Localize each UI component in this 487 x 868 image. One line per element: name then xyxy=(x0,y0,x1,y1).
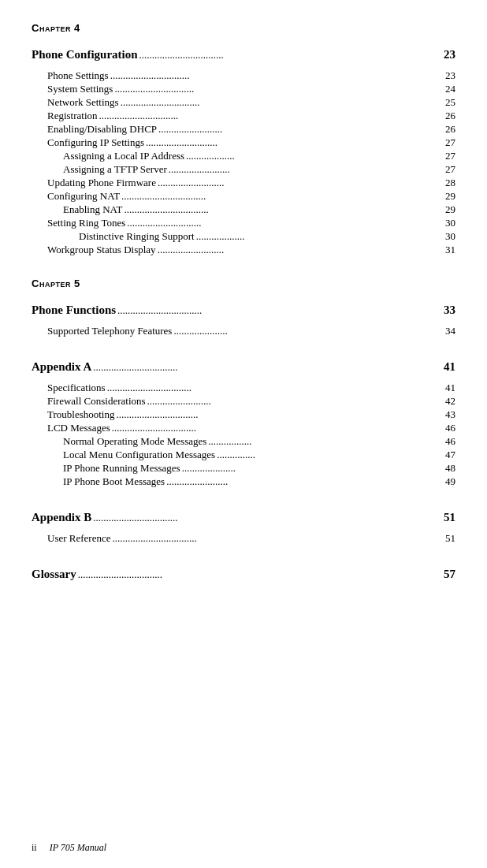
chapter4-heading: Chapter 4 xyxy=(32,22,455,34)
toc-page: 30 xyxy=(445,230,455,243)
toc-page: 46 xyxy=(445,422,455,434)
list-item: Enabling NAT............................… xyxy=(32,203,455,216)
toc-label: Registration xyxy=(47,110,98,122)
toc-label: Assigning a Local IP Address xyxy=(63,150,184,162)
toc-page: 27 xyxy=(445,150,455,162)
appendixA-toc: Specifications..........................… xyxy=(32,382,455,488)
toc-label: Firewall Considerations xyxy=(47,395,146,408)
toc-label: Distinctive Ringing Support xyxy=(79,230,195,243)
list-item: IP Phone Running Messages...............… xyxy=(32,462,455,475)
toc-dots: ................................. xyxy=(112,422,444,434)
list-item: Assigning a Local IP Address............… xyxy=(32,150,455,162)
toc-label: IP Phone Running Messages xyxy=(63,462,180,475)
toc-page: 27 xyxy=(445,136,455,149)
chapter4-phone-config-dots: ................................. xyxy=(139,49,442,61)
chapter5-phone-functions-entry: Phone Functions ........................… xyxy=(32,297,455,319)
chapter5-phone-functions-label: Phone Functions xyxy=(32,304,116,317)
list-item: LCD Messages............................… xyxy=(32,422,455,434)
list-item: Configuring IP Settings.................… xyxy=(32,136,455,149)
list-item: User Reference..........................… xyxy=(32,532,455,545)
toc-label: Normal Operating Mode Messages xyxy=(63,435,206,448)
appendixB-toc: User Reference..........................… xyxy=(32,532,455,545)
toc-label: Setting Ring Tones xyxy=(47,217,125,229)
chapter4-phone-config-page: 23 xyxy=(444,48,455,61)
appendixA-page: 41 xyxy=(444,360,455,374)
toc-dots: ................................. xyxy=(112,532,444,545)
toc-dots: ............................. xyxy=(127,217,444,229)
toc-label: Configuring NAT xyxy=(47,190,120,203)
toc-page: 42 xyxy=(445,395,455,408)
glossary-dots: ................................. xyxy=(78,568,442,581)
toc-page: 34 xyxy=(445,325,455,337)
toc-page: 24 xyxy=(445,83,455,95)
toc-dots: ............................ xyxy=(146,136,444,149)
toc-page: 29 xyxy=(445,190,455,203)
glossary-page: 57 xyxy=(444,568,455,581)
toc-page: 51 xyxy=(445,532,455,545)
toc-page: 47 xyxy=(445,449,455,461)
toc-page: 41 xyxy=(445,382,455,394)
toc-label: Troubleshooting xyxy=(47,408,114,421)
toc-dots: ................. xyxy=(208,435,444,448)
toc-label: Assigning a TFTP Server xyxy=(63,163,167,176)
toc-page: 46 xyxy=(445,435,455,448)
list-item: Distinctive Ringing Support.............… xyxy=(32,230,455,243)
toc-page: 26 xyxy=(445,123,455,136)
list-item: Updating Phone Firmware.................… xyxy=(32,177,455,189)
toc-dots: ............................... xyxy=(110,69,444,82)
toc-page: 29 xyxy=(445,203,455,216)
toc-label: Network Settings xyxy=(47,96,119,109)
toc-label: Specifications xyxy=(47,382,106,394)
toc-page: 43 xyxy=(445,408,455,421)
list-item: Firewall Considerations.................… xyxy=(32,395,455,408)
toc-label: Enabling/Disabling DHCP xyxy=(47,123,157,136)
toc-dots: ................................. xyxy=(124,203,444,216)
appendixB-label: Appendix B xyxy=(32,511,91,524)
footer-title: IP 705 Manual xyxy=(50,842,106,854)
chapter5-toc: Supported Telephony Features............… xyxy=(32,325,455,337)
list-item: Phone Settings..........................… xyxy=(32,69,455,82)
toc-dots: ............................... xyxy=(121,96,444,109)
toc-dots: ................................. xyxy=(121,190,444,203)
toc-page: 23 xyxy=(445,69,455,82)
toc-dots: ..................... xyxy=(173,325,444,337)
toc-dots: ........................ xyxy=(166,475,444,488)
toc-page: 27 xyxy=(445,163,455,176)
list-item: Local Menu Configuration Messages.......… xyxy=(32,449,455,461)
toc-label: System Settings xyxy=(47,83,113,95)
appendixA-dots: ................................. xyxy=(93,361,442,374)
toc-label: Updating Phone Firmware xyxy=(47,177,156,189)
toc-label: Configuring IP Settings xyxy=(47,136,144,149)
list-item: Registration............................… xyxy=(32,110,455,122)
appendixA-entry: Appendix A .............................… xyxy=(32,354,455,375)
glossary-label: Glossary xyxy=(32,568,76,581)
chapter4-phone-config-label: Phone Configuration xyxy=(32,48,138,61)
list-item: Enabling/Disabling DHCP.................… xyxy=(32,123,455,136)
toc-label: Supported Telephony Features xyxy=(47,325,172,337)
toc-label: LCD Messages xyxy=(47,422,110,434)
toc-page: 28 xyxy=(445,177,455,189)
chapter5-heading: Chapter 5 xyxy=(32,278,455,289)
appendixB-entry: Appendix B .............................… xyxy=(32,505,455,526)
toc-dots: ................................ xyxy=(116,408,444,421)
list-item: Specifications..........................… xyxy=(32,382,455,394)
toc-page: 48 xyxy=(445,462,455,475)
toc-page: 30 xyxy=(445,217,455,229)
appendixA-label: Appendix A xyxy=(32,360,91,374)
footer-page: ii xyxy=(32,842,37,854)
toc-page: 31 xyxy=(445,244,455,256)
chapter4-toc: Phone Settings..........................… xyxy=(32,69,455,256)
list-item: Normal Operating Mode Messages..........… xyxy=(32,435,455,448)
footer: ii IP 705 Manual xyxy=(32,842,106,854)
chapter4-phone-config-entry: Phone Configuration ....................… xyxy=(32,42,455,63)
toc-dots: ......................... xyxy=(147,395,444,408)
toc-page: 25 xyxy=(445,96,455,109)
toc-dots: ............... xyxy=(217,449,444,461)
list-item: Troubleshooting.........................… xyxy=(32,408,455,421)
toc-dots: ................................. xyxy=(107,382,444,394)
appendixB-dots: ................................. xyxy=(93,512,442,524)
list-item: Assigning a TFTP Server.................… xyxy=(32,163,455,176)
toc-label: User Reference xyxy=(47,532,110,545)
toc-label: Enabling NAT xyxy=(63,203,122,216)
toc-label: Workgroup Status Display xyxy=(47,244,156,256)
